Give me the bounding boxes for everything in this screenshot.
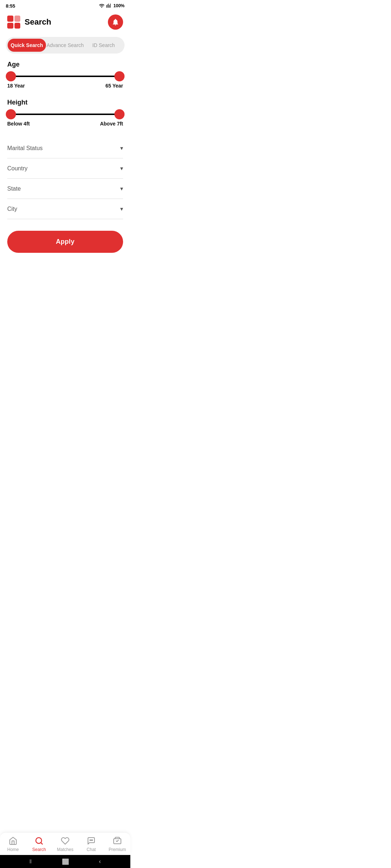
logo-dot-2 (14, 16, 21, 22)
age-label: Age (7, 61, 123, 68)
height-max-thumb[interactable] (114, 109, 125, 119)
city-dropdown[interactable]: City ▾ (7, 199, 123, 219)
status-time: 8:55 (6, 3, 15, 9)
age-min-value: 18 Year (7, 83, 25, 89)
city-chevron-icon: ▾ (120, 205, 123, 212)
height-label: Height (7, 99, 123, 106)
app-header: Search (0, 10, 130, 35)
height-slider-track (7, 114, 123, 115)
state-chevron-icon: ▾ (120, 185, 123, 192)
state-label: State (7, 186, 21, 192)
apply-button[interactable]: Apply (7, 231, 123, 253)
status-icons: 100% (99, 3, 125, 9)
logo-dot-3 (7, 23, 13, 29)
logo-dot-4 (14, 23, 21, 29)
city-label: City (7, 206, 17, 212)
height-min-thumb[interactable] (6, 109, 16, 119)
marital-status-dropdown[interactable]: Marital Status ▾ (7, 138, 123, 158)
height-slider[interactable]: Below 4ft Above 7ft (7, 114, 123, 127)
marital-chevron-icon: ▾ (120, 145, 123, 152)
country-label: Country (7, 165, 28, 172)
page-title: Search (25, 17, 51, 27)
tab-quick-search[interactable]: Quick Search (8, 39, 46, 52)
notification-button[interactable] (108, 14, 123, 30)
country-dropdown[interactable]: Country ▾ (7, 158, 123, 179)
battery-text: 100% (113, 3, 125, 8)
content-area: Age 18 Year 65 Year Height Below 4ft Abo… (0, 61, 130, 260)
age-slider[interactable]: 18 Year 65 Year (7, 76, 123, 89)
age-max-value: 65 Year (105, 83, 123, 89)
wifi-icon (99, 3, 105, 9)
marital-status-label: Marital Status (7, 145, 43, 152)
age-max-thumb[interactable] (114, 71, 125, 81)
age-slider-labels: 18 Year 65 Year (7, 83, 123, 89)
app-logo (7, 16, 20, 29)
height-section: Height Below 4ft Above 7ft (7, 99, 123, 127)
header-left: Search (7, 16, 51, 29)
age-section: Age 18 Year 65 Year (7, 61, 123, 89)
search-tabs: Quick Search Advance Search ID Search (6, 37, 125, 54)
state-dropdown[interactable]: State ▾ (7, 179, 123, 199)
height-max-value: Above 7ft (100, 121, 123, 127)
age-min-thumb[interactable] (6, 71, 16, 81)
height-slider-labels: Below 4ft Above 7ft (7, 121, 123, 127)
tab-advance-search[interactable]: Advance Search (46, 39, 84, 52)
logo-dot-1 (7, 16, 13, 22)
height-min-value: Below 4ft (7, 121, 30, 127)
age-slider-track (7, 76, 123, 77)
bell-icon (112, 18, 119, 26)
country-chevron-icon: ▾ (120, 165, 123, 172)
status-bar: 8:55 100% (0, 0, 130, 10)
signal-icon (106, 3, 112, 9)
tab-id-search[interactable]: ID Search (84, 39, 123, 52)
